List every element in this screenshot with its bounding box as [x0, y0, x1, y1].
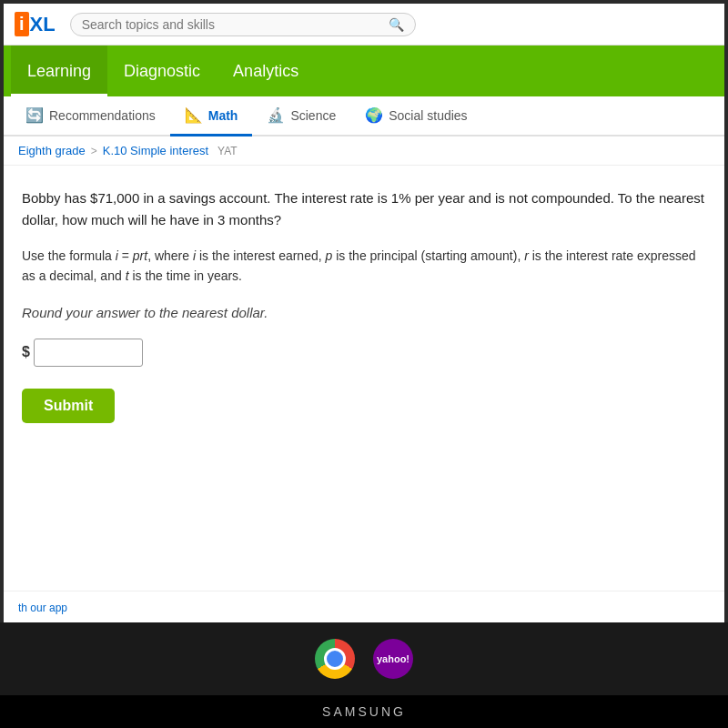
problem-question: Bobby has $71,000 in a savings account. …: [22, 187, 706, 231]
ixl-logo: i XL: [15, 12, 56, 36]
breadcrumb-skill: K.10 Simple interest: [103, 144, 208, 157]
app-link[interactable]: th our app: [18, 602, 67, 614]
yahoo-label: yahoo!: [377, 653, 410, 664]
tab-math-label: Math: [208, 108, 238, 123]
tab-social-studies-label: Social studies: [389, 108, 467, 123]
main-nav: Learning Diagnostic Analytics: [4, 46, 724, 96]
social-studies-icon: 🌍: [365, 106, 383, 124]
tab-math[interactable]: 📐 Math: [170, 96, 253, 136]
breadcrumb-grade[interactable]: Eighth grade: [18, 144, 86, 157]
tab-science[interactable]: 🔬 Science: [252, 96, 350, 136]
search-input[interactable]: [82, 17, 383, 32]
submit-button[interactable]: Submit: [22, 389, 115, 423]
chrome-icon[interactable]: [315, 639, 355, 679]
science-icon: 🔬: [267, 106, 285, 124]
tab-social-studies[interactable]: 🌍 Social studies: [350, 96, 481, 136]
answer-input[interactable]: [34, 339, 143, 367]
search-bar[interactable]: 🔍: [70, 13, 416, 36]
round-instruction: Round your answer to the nearest dollar.: [22, 305, 706, 320]
dollar-sign: $: [22, 344, 30, 360]
tab-recommendations-label: Recommendations: [49, 108, 156, 123]
breadcrumb: Eighth grade > K.10 Simple interest YAT: [4, 136, 724, 166]
nav-item-analytics[interactable]: Analytics: [217, 46, 315, 96]
yahoo-icon[interactable]: yahoo!: [373, 639, 413, 679]
problem-formula: Use the formula i = prt, where i is the …: [22, 246, 706, 287]
math-icon: 📐: [185, 106, 203, 124]
tab-science-label: Science: [290, 108, 336, 123]
subject-tabs: 🔄 Recommendations 📐 Math 🔬 Science 🌍 Soc…: [4, 96, 724, 136]
breadcrumb-separator: >: [91, 145, 97, 157]
nav-item-diagnostic[interactable]: Diagnostic: [107, 46, 217, 96]
samsung-bar: SAMSUNG: [0, 695, 728, 728]
nav-item-learning[interactable]: Learning: [11, 46, 107, 96]
search-icon: 🔍: [389, 17, 404, 32]
logo-xl-text: XL: [30, 13, 56, 36]
taskbar: yahoo!: [0, 622, 728, 695]
samsung-brand: SAMSUNG: [322, 704, 406, 719]
tab-recommendations[interactable]: 🔄 Recommendations: [11, 96, 170, 136]
footer: th our app: [4, 591, 724, 622]
logo-i-letter: i: [15, 12, 29, 36]
recommendations-icon: 🔄: [25, 106, 44, 124]
breadcrumb-tag: YAT: [217, 145, 238, 157]
main-content: Bobby has $71,000 in a savings account. …: [4, 166, 724, 591]
answer-area: $: [22, 339, 706, 367]
